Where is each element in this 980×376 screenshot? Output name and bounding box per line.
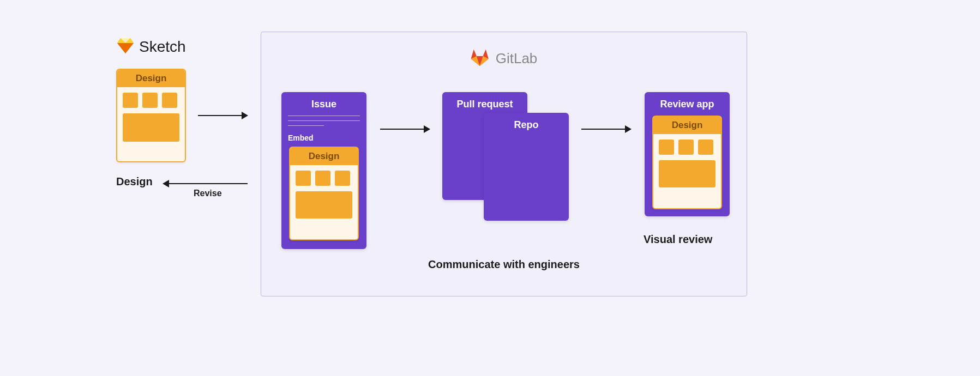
design-label: Design bbox=[116, 175, 153, 188]
embed-label: Embed bbox=[288, 134, 360, 142]
repo-card: Repo bbox=[484, 113, 569, 221]
wireframe-block bbox=[162, 93, 177, 108]
design-card-embedded: Design bbox=[289, 147, 359, 240]
wireframe-block bbox=[315, 171, 330, 186]
text-line bbox=[288, 116, 360, 116]
issue-title: Issue bbox=[288, 99, 360, 110]
wireframe-block bbox=[296, 191, 352, 219]
sketch-brand: Sketch bbox=[117, 38, 186, 56]
arrow-repo-to-review bbox=[581, 125, 632, 133]
diagram-canvas: Sketch Design Design Revise bbox=[0, 0, 980, 376]
gitlab-wordmark: GitLab bbox=[496, 50, 538, 67]
arrow-revise bbox=[163, 180, 248, 187]
wireframe-block bbox=[123, 113, 179, 142]
review-app-card: Review app Design bbox=[645, 92, 730, 216]
gitlab-container: GitLab Issue Embed Design bbox=[261, 32, 747, 296]
design-card-main: Design bbox=[116, 69, 186, 162]
wireframe-block bbox=[659, 140, 674, 155]
wireframe-block bbox=[296, 171, 311, 186]
design-card-header: Design bbox=[653, 117, 721, 134]
text-line bbox=[288, 125, 324, 126]
arrow-issue-to-pr bbox=[380, 125, 430, 133]
arrow-design-to-gitlab bbox=[198, 112, 248, 119]
repo-title: Repo bbox=[484, 113, 569, 131]
wireframe-block bbox=[335, 171, 350, 186]
issue-card: Issue Embed Design bbox=[281, 92, 366, 249]
communicate-label: Communicate with engineers bbox=[261, 258, 747, 271]
revise-label: Revise bbox=[194, 189, 222, 198]
design-card-body bbox=[117, 87, 185, 161]
wireframe-block bbox=[142, 93, 158, 108]
wireframe-block bbox=[678, 140, 694, 155]
review-title: Review app bbox=[651, 99, 723, 110]
gitlab-brand: GitLab bbox=[471, 48, 538, 68]
gitlab-tanuki-icon bbox=[471, 48, 489, 68]
wireframe-block bbox=[659, 160, 716, 187]
sketch-wordmark: Sketch bbox=[139, 38, 186, 56]
design-card-review: Design bbox=[652, 116, 722, 209]
text-line bbox=[288, 120, 360, 121]
wireframe-block bbox=[123, 93, 138, 108]
visual-review-label: Visual review bbox=[644, 233, 712, 246]
wireframe-block bbox=[698, 140, 713, 155]
svg-marker-5 bbox=[125, 43, 134, 53]
svg-marker-4 bbox=[117, 43, 125, 53]
design-card-header: Design bbox=[290, 148, 358, 165]
pr-title: Pull request bbox=[442, 92, 527, 110]
sketch-diamond-icon bbox=[117, 38, 134, 56]
design-card-header: Design bbox=[117, 70, 185, 87]
